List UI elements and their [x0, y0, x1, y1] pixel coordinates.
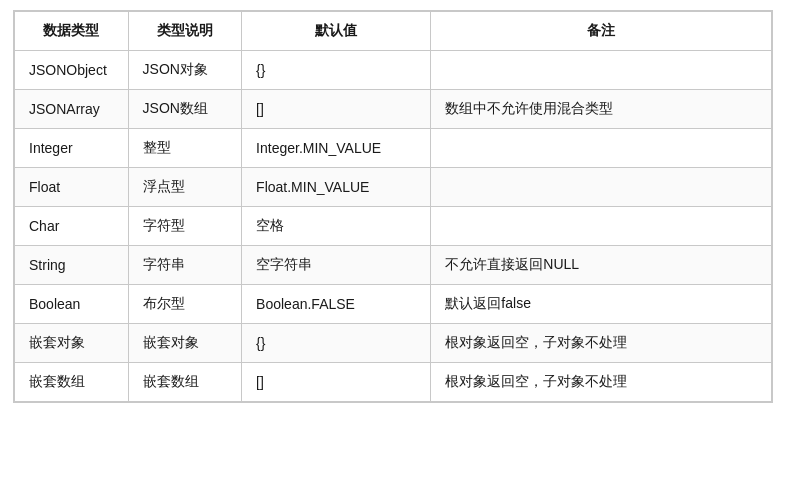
cell-type: 嵌套数组 — [15, 363, 129, 402]
cell-default: 空字符串 — [242, 246, 431, 285]
cell-description: JSON对象 — [128, 51, 242, 90]
cell-description: 字符型 — [128, 207, 242, 246]
cell-type: Char — [15, 207, 129, 246]
cell-description: 嵌套数组 — [128, 363, 242, 402]
cell-description: JSON数组 — [128, 90, 242, 129]
cell-type: Boolean — [15, 285, 129, 324]
table-row: Integer整型Integer.MIN_VALUE — [15, 129, 772, 168]
cell-default: Float.MIN_VALUE — [242, 168, 431, 207]
header-note: 备注 — [431, 12, 772, 51]
cell-description: 嵌套对象 — [128, 324, 242, 363]
cell-default: [] — [242, 363, 431, 402]
cell-description: 布尔型 — [128, 285, 242, 324]
cell-description: 整型 — [128, 129, 242, 168]
table-row: Char字符型空格 — [15, 207, 772, 246]
cell-default: 空格 — [242, 207, 431, 246]
table-row: Boolean布尔型Boolean.FALSE默认返回false — [15, 285, 772, 324]
header-description: 类型说明 — [128, 12, 242, 51]
cell-description: 字符串 — [128, 246, 242, 285]
cell-type: Integer — [15, 129, 129, 168]
cell-note: 不允许直接返回NULL — [431, 246, 772, 285]
cell-type: Float — [15, 168, 129, 207]
cell-type: String — [15, 246, 129, 285]
cell-note — [431, 51, 772, 90]
cell-note — [431, 129, 772, 168]
cell-note: 根对象返回空，子对象不处理 — [431, 324, 772, 363]
cell-note: 数组中不允许使用混合类型 — [431, 90, 772, 129]
cell-type: 嵌套对象 — [15, 324, 129, 363]
table-row: 嵌套数组嵌套数组[]根对象返回空，子对象不处理 — [15, 363, 772, 402]
header-type: 数据类型 — [15, 12, 129, 51]
table-row: Float浮点型Float.MIN_VALUE — [15, 168, 772, 207]
table-row: 嵌套对象嵌套对象{}根对象返回空，子对象不处理 — [15, 324, 772, 363]
table-header-row: 数据类型 类型说明 默认值 备注 — [15, 12, 772, 51]
cell-default: {} — [242, 324, 431, 363]
cell-default: {} — [242, 51, 431, 90]
table-row: JSONObjectJSON对象{} — [15, 51, 772, 90]
cell-note: 默认返回false — [431, 285, 772, 324]
cell-default: Integer.MIN_VALUE — [242, 129, 431, 168]
cell-default: [] — [242, 90, 431, 129]
cell-type: JSONArray — [15, 90, 129, 129]
data-type-table: 数据类型 类型说明 默认值 备注 JSONObjectJSON对象{}JSONA… — [13, 10, 773, 403]
cell-default: Boolean.FALSE — [242, 285, 431, 324]
cell-note: 根对象返回空，子对象不处理 — [431, 363, 772, 402]
table-row: JSONArrayJSON数组[]数组中不允许使用混合类型 — [15, 90, 772, 129]
cell-note — [431, 207, 772, 246]
table-row: String字符串空字符串不允许直接返回NULL — [15, 246, 772, 285]
header-default: 默认值 — [242, 12, 431, 51]
cell-type: JSONObject — [15, 51, 129, 90]
cell-description: 浮点型 — [128, 168, 242, 207]
cell-note — [431, 168, 772, 207]
